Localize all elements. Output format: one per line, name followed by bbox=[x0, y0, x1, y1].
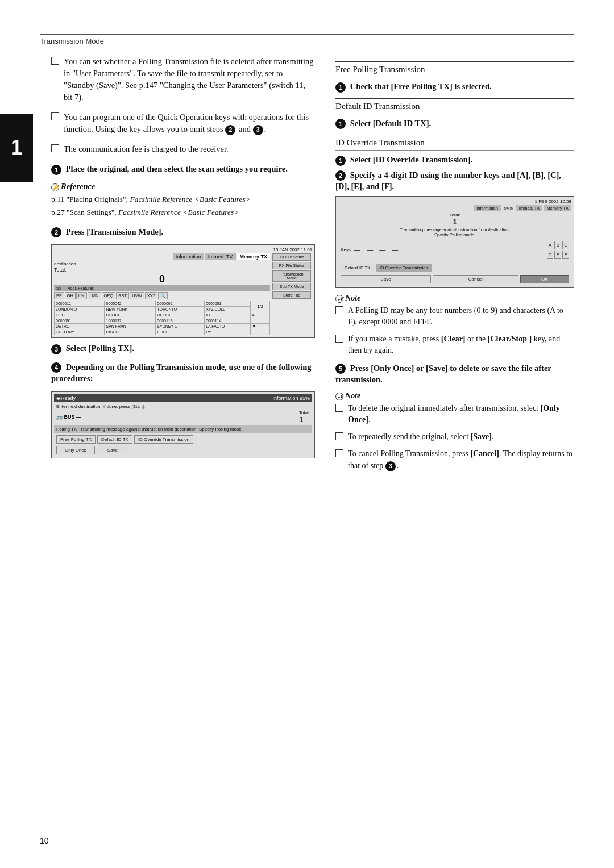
override-btn-e[interactable]: E bbox=[554, 251, 561, 259]
step-num-4: 4 bbox=[51, 362, 61, 373]
default-id-rule-top bbox=[335, 98, 574, 99]
note-block-2: 𝒩Note To delete the original immediately… bbox=[335, 391, 574, 471]
fax2-total: Total:1 bbox=[299, 410, 310, 424]
step-block-2: 2 Press [Transmission Mode]. bbox=[51, 226, 315, 238]
note1-icon: 𝒩 bbox=[335, 295, 343, 303]
fax1-key-ijk[interactable]: IJK bbox=[76, 292, 87, 299]
override-btn-save[interactable]: Save bbox=[341, 275, 431, 283]
fax1-cell: DETROIT bbox=[55, 324, 105, 329]
fax2-btn-default[interactable]: Default ID TX bbox=[97, 435, 132, 444]
note2-item-3: To cancel Polling Transmission, press [C… bbox=[335, 448, 574, 471]
bullet-text-1: You can set whether a Polling Transmissi… bbox=[64, 56, 315, 103]
fax1-cell: CISCO bbox=[105, 329, 156, 335]
chapter-number: 1 bbox=[11, 136, 22, 160]
reference-item-2: p.27 "Scan Settings", Facsimile Referenc… bbox=[51, 207, 315, 218]
override-keys-label: Keys: bbox=[341, 247, 352, 252]
override-btn-f[interactable]: F bbox=[562, 251, 569, 259]
override-btn-a[interactable]: A bbox=[547, 241, 554, 249]
id-override-title: ID Override Transmission bbox=[335, 138, 574, 148]
override-btn-default-id[interactable]: Default ID TX bbox=[341, 264, 374, 272]
id-override-rule-top bbox=[335, 135, 574, 135]
fax2-btn-once[interactable]: Only Once bbox=[56, 446, 95, 454]
override-date: 1 FEB 2002 10:58 bbox=[535, 199, 572, 204]
id-override-num1: 1 bbox=[335, 156, 346, 166]
fax1-cell: LA FACTO bbox=[205, 324, 251, 329]
bullet-item-1: You can set whether a Polling Transmissi… bbox=[51, 56, 315, 103]
default-id-title: Default ID Transmission bbox=[335, 102, 574, 111]
fax1-cell: TORONTO bbox=[156, 307, 205, 312]
id-override-screen: 1 FEB 2002 10:58 Information 94% Immed. … bbox=[335, 196, 574, 288]
fax2-btn-free[interactable]: Free Polling TX bbox=[56, 435, 96, 444]
note2-item-1: To delete the original immediately after… bbox=[335, 403, 574, 426]
id-override-rule-bottom bbox=[335, 150, 574, 151]
id-override-step1-label: Select [ID Override Transmission]. bbox=[350, 155, 472, 164]
fax1-total-label: Total: bbox=[54, 267, 270, 273]
override-btn-id-override[interactable]: ID Override Transmission bbox=[376, 264, 432, 272]
fax1-btn-tx-mode[interactable]: Transmission Mode bbox=[272, 270, 311, 282]
fax1-key-search[interactable]: 🔍 bbox=[158, 292, 168, 299]
override-btn-d[interactable]: D bbox=[547, 251, 554, 259]
fax1-cell-a: A bbox=[251, 312, 270, 318]
override-bottom-buttons: Save Cancel OK bbox=[338, 273, 571, 285]
fax1-key-ef[interactable]: EF bbox=[54, 292, 64, 299]
default-id-rule-bottom bbox=[335, 114, 574, 114]
fax1-key-gh[interactable]: GH bbox=[65, 292, 76, 299]
note2-item-2: To repeatedly send the original, select … bbox=[335, 431, 574, 443]
note2-text-1: To delete the original immediately after… bbox=[348, 403, 574, 426]
note2-icon: 𝒩 bbox=[335, 393, 343, 400]
step-5-label: Press [Only Once] or [Save] to delete or… bbox=[335, 364, 551, 385]
fax2-btn-save[interactable]: Save bbox=[97, 446, 128, 454]
free-polling-rule-bottom bbox=[335, 77, 574, 77]
bullet-check-2 bbox=[51, 112, 59, 120]
override-screen-header: 1 FEB 2002 10:58 bbox=[338, 199, 571, 204]
override-btn-cancel[interactable]: Cancel bbox=[433, 275, 518, 283]
fax1-key-opq[interactable]: OPQ bbox=[102, 292, 116, 299]
note2-title: 𝒩Note bbox=[335, 391, 574, 400]
step-num-3: 3 bbox=[51, 344, 61, 354]
fax1-cell: LONDON O bbox=[55, 307, 105, 312]
override-msg: Transmitting message against instruction… bbox=[338, 227, 571, 237]
fax2-btn-override[interactable]: ID Override Transmission bbox=[134, 435, 193, 444]
fax1-tab-immed: Immed. TX bbox=[205, 253, 236, 260]
fax1-cell bbox=[251, 329, 270, 335]
top-rule bbox=[40, 34, 574, 35]
fax2-header: ◉Ready Information 95% bbox=[54, 394, 312, 402]
fax1-cell: OFFICE bbox=[156, 312, 205, 318]
fax1-key-xyz[interactable]: XYZ bbox=[145, 292, 158, 299]
override-btn-c[interactable]: C bbox=[562, 241, 569, 249]
fax1-cell: OFFICE bbox=[105, 312, 156, 318]
override-tab-memory: Memory TX bbox=[544, 205, 571, 211]
fax1-cell: 0000113 bbox=[156, 318, 205, 324]
id-override-num2: 2 bbox=[335, 170, 346, 181]
override-percent: 94% bbox=[502, 205, 515, 211]
bullet-text-2: You can program one of the Quick Operati… bbox=[64, 111, 315, 135]
fax1-btn-tx-file[interactable]: TX File Status bbox=[272, 253, 311, 261]
step-num-5: 5 bbox=[335, 364, 346, 374]
override-abc-grid: A B C D E F bbox=[547, 241, 569, 259]
fax-screen-1: 15 JAN 2002 11:01 Information Immed. TX … bbox=[51, 244, 315, 338]
fax1-btn-rx-file[interactable]: RX File Status bbox=[272, 262, 311, 269]
note1-text-1: A Polling ID may be any four numbers (0 … bbox=[348, 305, 574, 328]
fax1-total-value: 0 bbox=[54, 274, 270, 284]
step-num-2: 2 bbox=[51, 227, 61, 237]
id-override-step1: 1 Select [ID Override Transmission]. bbox=[335, 154, 574, 166]
id-override-step2-label: Specify a 4-digit ID using the number ke… bbox=[335, 170, 561, 191]
chapter-sidebar: 1 bbox=[0, 114, 33, 182]
fax1-key-lmn[interactable]: LMN bbox=[88, 292, 101, 299]
fax1-btn-sub-tx[interactable]: Sub TX Mode bbox=[272, 283, 311, 290]
override-btn-ok[interactable]: OK bbox=[520, 275, 569, 283]
right-column: Free Polling Transmission 1 Check that [… bbox=[335, 56, 574, 477]
fax1-key-uvw[interactable]: UVW bbox=[130, 292, 144, 299]
fax1-cell: 0000091 bbox=[55, 318, 105, 324]
note2-check-1 bbox=[335, 404, 343, 412]
fax1-key-rst[interactable]: RST bbox=[116, 292, 129, 299]
note2-text-2: To repeatedly send the original, select … bbox=[348, 431, 493, 443]
override-btn-b[interactable]: B bbox=[554, 241, 561, 249]
default-id-step1-label: Select [Default ID TX]. bbox=[350, 119, 431, 128]
page-header: Transmission Mode bbox=[40, 37, 574, 45]
page-container: Transmission Mode 1 You can set whether … bbox=[0, 0, 614, 868]
left-column: You can set whether a Polling Transmissi… bbox=[40, 56, 315, 477]
fax1-cell: 1000132 bbox=[105, 318, 156, 324]
note2-check-3 bbox=[335, 449, 343, 457]
fax1-btn-store[interactable]: Store File bbox=[272, 291, 311, 299]
